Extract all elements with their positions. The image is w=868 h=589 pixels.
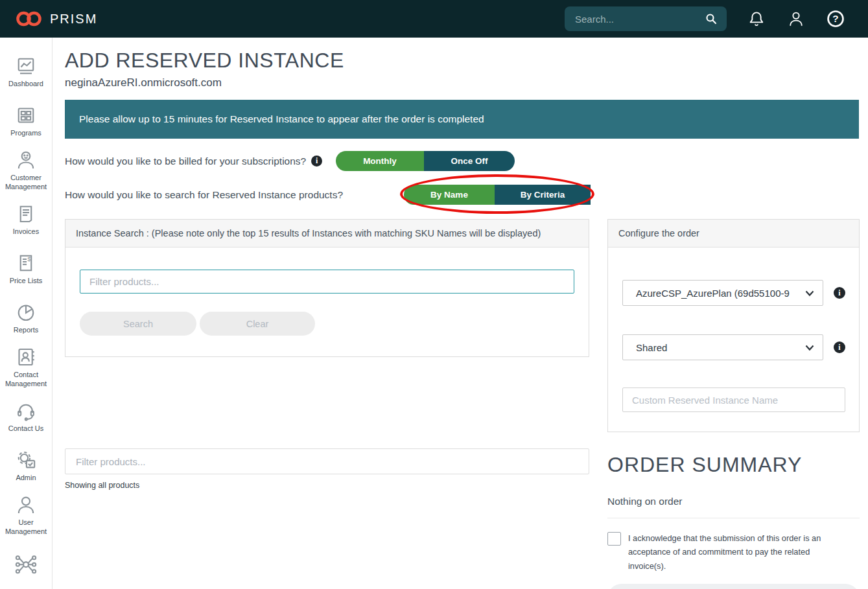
prism-logo-icon (14, 10, 44, 28)
sidebar-item-label: Programs (10, 129, 41, 138)
header-icons: ? (746, 8, 846, 29)
acknowledgement-row: I acknowledge that the submission of thi… (607, 531, 860, 573)
instance-search-buttons: Search Clear (80, 312, 574, 336)
instance-search-panel: Instance Search : (Please note only the … (65, 219, 589, 357)
products-filter-input[interactable] (65, 448, 589, 474)
chevron-down-icon (805, 343, 814, 352)
contact-book-icon (14, 345, 38, 369)
instance-search-body: Search Clear (65, 248, 589, 356)
content-columns: Instance Search : (Please note only the … (65, 219, 859, 589)
search-button[interactable]: Search (80, 312, 196, 336)
acknowledge-checkbox[interactable] (607, 532, 621, 546)
invoice-document-icon (14, 202, 38, 225)
app-header: PRISM ? (0, 0, 868, 38)
programs-grid-icon (14, 104, 38, 127)
sidebar-item-label: Contact Us (8, 424, 43, 433)
brand[interactable]: PRISM (14, 10, 97, 28)
configure-order-body: AzureCSP_AzurePlan (69d55100-9 i Shared (608, 248, 859, 432)
order-summary-empty-text: Nothing on order (607, 496, 860, 507)
right-column: Configure the order AzureCSP_AzurePlan (… (607, 219, 860, 589)
sidebar-item-label: Dashboard (8, 80, 43, 89)
tenant-domain: neginaAzureRI.onmicrosoft.com (65, 76, 859, 89)
customer-person-icon (14, 148, 38, 172)
instance-filter-input[interactable] (80, 270, 574, 294)
instance-search-header: Instance Search : (Please note only the … (65, 220, 589, 248)
chevron-down-icon (805, 289, 814, 298)
sidebar-item-integrations[interactable] (0, 539, 52, 588)
sidebar-item-customer-management[interactable]: Customer Management (0, 145, 52, 194)
user-icon (14, 493, 38, 516)
global-search-box[interactable] (565, 6, 727, 31)
sidebar-item-price-lists[interactable]: $ Price Lists (0, 244, 52, 293)
reports-pie-icon (14, 301, 38, 324)
sidebar-item-label: Invoices (13, 227, 39, 237)
svg-text:$: $ (27, 255, 31, 262)
acknowledgement-text: I acknowledge that the submission of thi… (628, 531, 845, 573)
page-title: ADD RESERVED INSTANCE (65, 48, 859, 73)
integrations-network-icon (14, 551, 38, 575)
sidebar-item-user-management[interactable]: User Management (0, 490, 52, 539)
scope-dropdown-value: Shared (636, 342, 667, 353)
main-content: ADD RESERVED INSTANCE neginaAzureRI.onmi… (53, 38, 868, 589)
sidebar-item-label: Reports (14, 326, 39, 335)
search-icon[interactable] (703, 11, 719, 27)
sidebar-item-label: User Management (0, 518, 52, 537)
plan-dropdown[interactable]: AzureCSP_AzurePlan (69d55100-9 (622, 280, 823, 306)
search-mode-toggle: By Name By Criteria (404, 185, 591, 205)
bell-icon (747, 9, 766, 29)
custom-ri-name-input[interactable] (622, 387, 845, 412)
admin-gear-icon (14, 448, 38, 472)
sidebar-item-label: Admin (16, 474, 36, 483)
billing-info-icon[interactable]: i (311, 156, 322, 167)
billing-toggle: Monthly Once Off (336, 151, 515, 171)
plan-dropdown-row: AzureCSP_AzurePlan (69d55100-9 i (622, 280, 845, 306)
clear-button[interactable]: Clear (200, 312, 315, 336)
headset-icon (14, 399, 38, 422)
configure-order-header: Configure the order (608, 220, 859, 248)
help-icon: ? (825, 8, 846, 29)
sidebar-item-label: Customer Management (0, 174, 52, 192)
user-icon (786, 9, 806, 29)
info-banner: Please allow up to 15 minutes for Reserv… (65, 100, 859, 139)
order-summary-divider (607, 518, 860, 518)
search-by-name-button[interactable]: By Name (404, 185, 495, 205)
sidebar-item-dashboard[interactable]: Dashboard (0, 47, 52, 96)
sidebar-item-invoices[interactable]: Invoices (0, 194, 52, 244)
account-button[interactable] (786, 8, 806, 29)
billing-monthly-button[interactable]: Monthly (336, 151, 424, 171)
sidebar-item-programs[interactable]: Programs (0, 96, 52, 145)
billing-onceoff-button[interactable]: Once Off (424, 151, 515, 171)
showing-all-products-text: Showing all products (65, 481, 589, 490)
sidebar-item-contact-management[interactable]: Contact Management (0, 342, 52, 391)
sidebar-item-contact-us[interactable]: Contact Us (0, 391, 52, 441)
scope-dropdown-row: Shared i (622, 334, 845, 360)
plan-dropdown-value: AzureCSP_AzurePlan (69d55100-9 (636, 288, 790, 299)
scope-dropdown[interactable]: Shared (622, 334, 823, 360)
sidebar-item-admin[interactable]: Admin (0, 441, 52, 490)
configure-order-panel: Configure the order AzureCSP_AzurePlan (… (607, 219, 860, 432)
global-search-input[interactable] (574, 13, 703, 25)
sidebar-item-reports[interactable]: Reports (0, 293, 52, 342)
order-summary-title: ORDER SUMMARY (607, 453, 860, 476)
search-by-criteria-button[interactable]: By Criteria (495, 185, 591, 205)
svg-text:?: ? (832, 13, 838, 24)
billing-question-row: How would you like to be billed for your… (65, 151, 859, 171)
search-mode-question-row: How would you like to search for Reserve… (65, 185, 859, 205)
search-mode-question-label: How would you like to search for Reserve… (65, 189, 404, 201)
submit-order-button[interactable]: Submit Order (607, 584, 860, 589)
price-list-icon: $ (14, 251, 38, 275)
sidebar-item-label: Contact Management (0, 371, 52, 389)
help-button[interactable]: ? (825, 8, 846, 29)
sidebar-nav: Dashboard Programs Customer Management I… (0, 38, 53, 589)
brand-name: PRISM (50, 12, 97, 27)
notifications-button[interactable] (746, 8, 767, 29)
billing-question-label: How would you like to be billed for your… (65, 156, 336, 167)
plan-info-icon[interactable]: i (834, 287, 845, 299)
scope-info-icon[interactable]: i (834, 341, 845, 353)
dashboard-chart-icon (14, 54, 38, 78)
left-column: Instance Search : (Please note only the … (65, 219, 589, 490)
sidebar-item-label: Price Lists (10, 277, 43, 286)
